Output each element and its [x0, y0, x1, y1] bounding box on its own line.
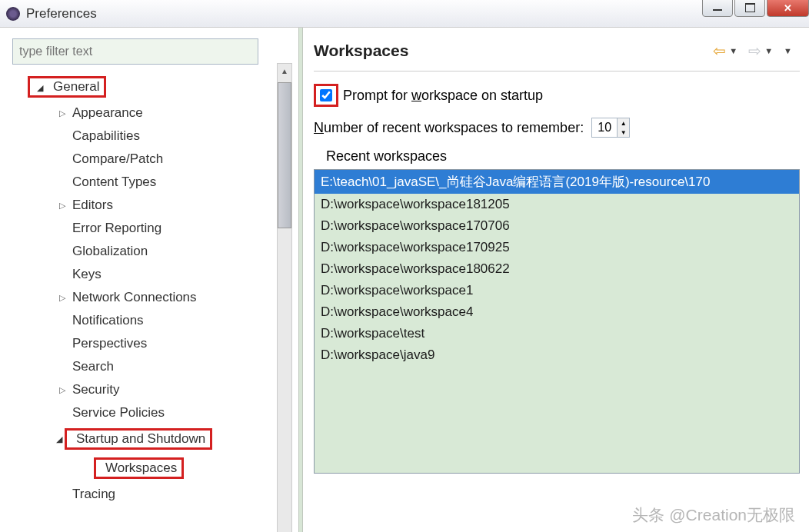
watermark: 头条 @Creation无极限 — [632, 504, 795, 526]
tree-item-startup-and-shutdown[interactable]: ◢Startup and Shutdown — [9, 424, 298, 454]
chevron-right-icon[interactable]: ▷ — [57, 293, 68, 303]
list-item[interactable]: D:\workspace\workspace170706 — [315, 215, 799, 237]
tree-item-general[interactable]: ◢General — [12, 72, 298, 101]
tree-item-label: Globalization — [72, 244, 148, 259]
tree-item-keys[interactable]: Keys — [12, 263, 298, 286]
tree-item-service-policies[interactable]: Service Policies — [12, 401, 298, 424]
number-spinner[interactable]: ▲ ▼ — [591, 118, 630, 138]
tree-item-search[interactable]: Search — [12, 355, 298, 378]
maximize-button[interactable] — [734, 0, 765, 17]
settings-tree: ◢General▷AppearanceCapabilitiesCompare/P… — [12, 72, 298, 506]
chevron-right-icon[interactable]: ▷ — [57, 201, 68, 211]
spinner-up-icon[interactable]: ▲ — [618, 118, 629, 128]
prompt-checkbox-highlight — [314, 84, 338, 107]
tree-item-label: Workspaces — [105, 461, 177, 475]
main-header: Workspaces ⇦ ▼ ⇨ ▼ ▼ — [314, 42, 800, 71]
tree-item-label: General — [53, 79, 99, 94]
nav-icons: ⇦ ▼ ⇨ ▼ ▼ — [713, 42, 800, 60]
tree-item-label: Error Reporting — [72, 221, 161, 236]
chevron-down-icon[interactable]: ◢ — [54, 434, 65, 444]
tree-item-compare-patch[interactable]: Compare/Patch — [12, 148, 298, 171]
tree-item-tracing[interactable]: Tracing — [12, 483, 298, 506]
tree-item-label: Search — [72, 359, 114, 374]
back-menu-caret-icon[interactable]: ▼ — [729, 46, 737, 55]
list-item[interactable]: D:\workspace\workspace4 — [315, 301, 799, 323]
sidebar: ◢General▷AppearanceCapabilitiesCompare/P… — [0, 28, 298, 532]
filter-input[interactable] — [12, 38, 258, 65]
chevron-right-icon[interactable]: ▷ — [57, 108, 68, 118]
list-item[interactable]: D:\workspace\workspace170925 — [315, 237, 799, 258]
scroll-up-icon[interactable]: ▲ — [278, 64, 291, 78]
number-label: Number of recent workspaces to remember: — [314, 120, 584, 136]
list-item[interactable]: D:\workspace\java9 — [315, 344, 799, 366]
tree-item-label: Editors — [72, 198, 113, 213]
tree-item-capabilities[interactable]: Capabilities — [12, 125, 298, 148]
scrollbar-handle[interactable] — [278, 82, 291, 228]
number-input[interactable] — [592, 118, 617, 137]
tree-item-label: Notifications — [72, 313, 144, 328]
tree-item-content-types[interactable]: Content Types — [12, 171, 298, 194]
close-button[interactable] — [767, 0, 809, 17]
tree-item-globalization[interactable]: Globalization — [12, 240, 298, 263]
tree-item-label: Service Policies — [72, 405, 165, 421]
spinner-down-icon[interactable]: ▼ — [618, 128, 629, 137]
recent-workspaces-list[interactable]: E:\teach\01_javaSE\_尚硅谷Java编程语言(2019年版)-… — [314, 169, 800, 474]
chevron-right-icon[interactable]: ▷ — [57, 385, 68, 395]
minimize-button[interactable] — [702, 0, 733, 17]
tree-scrollbar[interactable]: ▲ — [277, 63, 292, 532]
recent-label: Recent workspaces — [326, 148, 800, 165]
menu-caret-icon[interactable]: ▼ — [784, 46, 792, 55]
tree-item-editors[interactable]: ▷Editors — [12, 194, 298, 217]
tree-item-label: Appearance — [72, 105, 143, 121]
tree-item-workspaces[interactable]: Workspaces — [9, 454, 298, 483]
list-item[interactable]: D:\workspace\test — [315, 323, 799, 344]
tree-item-perspectives[interactable]: Perspectives — [12, 332, 298, 355]
window-controls — [701, 0, 809, 17]
titlebar: Preferences — [0, 0, 809, 28]
back-arrow-icon[interactable]: ⇦ — [713, 42, 726, 60]
app-icon — [6, 7, 20, 21]
window-title: Preferences — [26, 6, 97, 22]
page-title: Workspaces — [314, 42, 408, 60]
list-item[interactable]: D:\workspace\workspace1 — [315, 280, 799, 301]
tree-item-network-connections[interactable]: ▷Network Connections — [12, 286, 298, 309]
list-item[interactable]: D:\workspace\workspace180622 — [315, 258, 799, 280]
tree-item-label: Tracing — [72, 487, 115, 502]
prompt-checkbox[interactable] — [320, 89, 332, 101]
tree-item-error-reporting[interactable]: Error Reporting — [12, 217, 298, 240]
tree-item-notifications[interactable]: Notifications — [12, 309, 298, 332]
prompt-label: Prompt for workspace on startup — [343, 88, 543, 104]
tree-item-label: Network Connections — [72, 290, 197, 305]
tree-item-appearance[interactable]: ▷Appearance — [12, 101, 298, 125]
prompt-row: Prompt for workspace on startup — [314, 84, 800, 107]
tree-item-label: Content Types — [72, 175, 156, 190]
forward-arrow-icon[interactable]: ⇨ — [748, 42, 761, 60]
number-row: Number of recent workspaces to remember:… — [314, 118, 800, 138]
chevron-down-icon[interactable]: ◢ — [35, 83, 45, 93]
tree-item-label: Compare/Patch — [72, 151, 163, 167]
tree-item-label: Perspectives — [72, 336, 147, 351]
tree-item-label: Startup and Shutdown — [76, 431, 205, 446]
tree-item-label: Security — [72, 382, 119, 397]
tree-item-label: Capabilities — [72, 128, 140, 144]
forward-menu-caret-icon[interactable]: ▼ — [764, 46, 773, 55]
tree-item-security[interactable]: ▷Security — [12, 378, 298, 401]
list-item[interactable]: D:\workspace\workspace181205 — [315, 194, 799, 215]
tree-item-label: Keys — [72, 267, 102, 282]
list-item[interactable]: E:\teach\01_javaSE\_尚硅谷Java编程语言(2019年版)-… — [315, 170, 799, 194]
main-panel: Workspaces ⇦ ▼ ⇨ ▼ ▼ Prompt for workspac… — [303, 28, 809, 532]
